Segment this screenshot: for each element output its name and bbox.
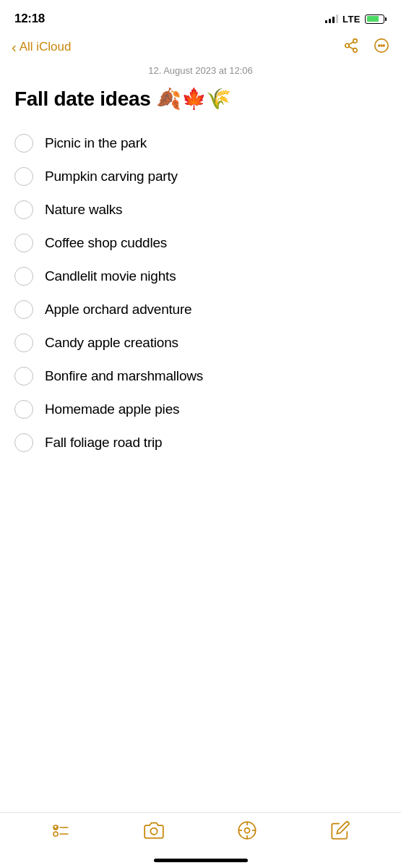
checklist-item-label: Bonfire and marshmallows [45,368,203,384]
svg-point-0 [353,39,358,43]
home-indicator [154,859,248,862]
note-content: Fall date ideas 🍂🍁🌾 Picnic in the parkPu… [0,83,401,474]
nav-bar: ‹ All iCloud [0,32,401,62]
checklist-item-label: Pumpkin carving party [45,169,178,184]
checklist-item-label: Apple orchard adventure [45,302,191,318]
note-title: Fall date ideas 🍂🍁🌾 [14,86,387,112]
check-circle-icon[interactable] [14,167,33,186]
location-button[interactable] [237,820,257,841]
share-button[interactable] [343,38,359,56]
checklist-item[interactable]: Candlelit movie nights [14,260,387,293]
checklist-item-label: Candy apple creations [45,335,178,351]
checklist-item-label: Candlelit movie nights [45,268,176,284]
lte-icon: LTE [342,14,361,25]
check-circle-icon[interactable] [14,200,33,219]
more-options-button[interactable] [374,38,389,56]
checklist-item[interactable]: Coffee shop cuddles [14,226,387,260]
status-icons: LTE [325,14,387,25]
svg-point-4 [379,45,380,46]
check-circle-icon[interactable] [14,333,33,352]
svg-point-5 [381,45,382,46]
bottom-toolbar [0,812,401,848]
checklist-item[interactable]: Nature walks [14,193,387,226]
check-circle-icon[interactable] [14,300,33,319]
svg-point-6 [383,45,384,46]
edit-button[interactable] [330,820,350,841]
svg-point-13 [244,828,249,833]
checklist-item[interactable]: Apple orchard adventure [14,293,387,326]
back-chevron-icon: ‹ [12,40,17,54]
note-date: 12. August 2023 at 12:06 [0,62,401,83]
checklist-item[interactable]: Pumpkin carving party [14,160,387,193]
checklist-item-label: Picnic in the park [45,135,147,151]
signal-bars-icon [325,14,338,23]
checklist-item-label: Homemade apple pies [45,401,179,417]
camera-button[interactable] [144,820,164,841]
check-circle-icon[interactable] [14,433,33,452]
battery-icon [365,14,387,24]
checklist-item-label: Coffee shop cuddles [45,235,167,251]
check-circle-icon[interactable] [14,134,33,153]
checklist-item-label: Nature walks [45,202,122,218]
svg-point-8 [53,832,58,836]
checklist-item[interactable]: Bonfire and marshmallows [14,359,387,393]
check-circle-icon[interactable] [14,234,33,252]
check-circle-icon[interactable] [14,367,33,386]
status-bar: 12:18 LTE [0,0,401,32]
nav-actions [343,38,389,56]
svg-point-2 [353,48,358,53]
svg-point-11 [150,828,157,835]
checklist-button[interactable] [51,820,71,841]
checklist: Picnic in the parkPumpkin carving partyN… [14,127,387,459]
back-label: All iCloud [20,40,72,54]
checklist-item[interactable]: Fall foliage road trip [14,426,387,459]
checklist-item[interactable]: Homemade apple pies [14,393,387,426]
checklist-item[interactable]: Picnic in the park [14,127,387,160]
back-button[interactable]: ‹ All iCloud [12,40,71,54]
checklist-item[interactable]: Candy apple creations [14,326,387,359]
svg-point-1 [345,43,350,48]
check-circle-icon[interactable] [14,267,33,286]
check-circle-icon[interactable] [14,400,33,419]
checklist-item-label: Fall foliage road trip [45,435,162,451]
status-time: 12:18 [14,12,45,26]
